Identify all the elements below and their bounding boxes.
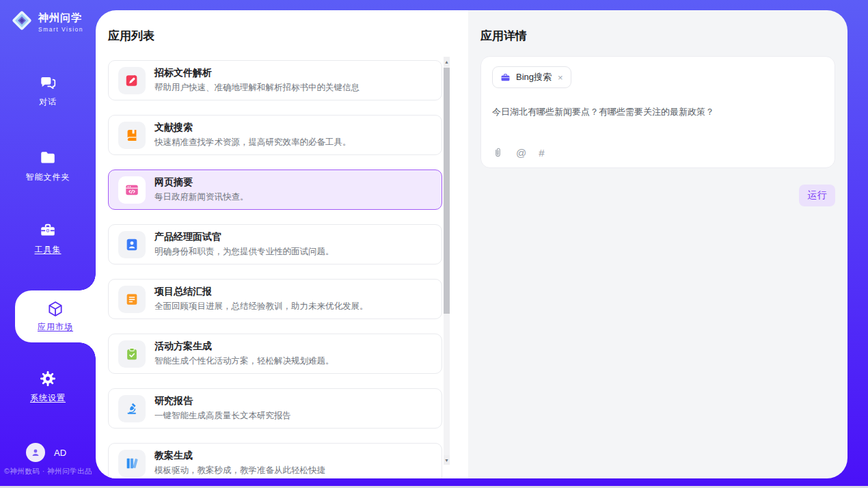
app-list-title: 应用列表 (96, 10, 468, 44)
copyright-footer: ©神州数码 · 神州问学出品 (4, 467, 96, 476)
interviewer-icon (124, 237, 139, 252)
app-desc: 智能生成个性化活动方案，轻松解决规划难题。 (154, 355, 334, 367)
app-list-pane: 应用列表 招标文件解析帮助用户快速、准确地理解和解析招标书中的关键信息文献搜索快… (96, 10, 468, 478)
app-icon-box (118, 122, 146, 149)
app-detail-pane: 应用详情 Bing搜索 × 今日湖北有哪些新闻要点？有哪些需要关注的最新政策？ … (468, 10, 847, 478)
app-window: 神州问学 Smart Vision 对话智能文件夹工具集应用市场系统设置 AD … (0, 0, 868, 488)
app-card-project-summary[interactable]: 项目总结汇报全面回顾项目进展，总结经验教训，助力未来优化发展。 (108, 279, 442, 319)
avatar[interactable] (26, 443, 45, 462)
sidebar-item-folders[interactable]: 智能文件夹 (0, 149, 96, 183)
app-card-bid-parse[interactable]: 招标文件解析帮助用户快速、准确地理解和解析招标书中的关键信息 (108, 60, 442, 100)
folder-icon (39, 149, 57, 167)
browser-icon (124, 182, 139, 198)
app-name: 产品经理面试官 (154, 231, 334, 243)
app-desc: 帮助用户快速、准确地理解和解析招标书中的关键信息 (154, 82, 360, 94)
app-card-web-summary[interactable]: 网页摘要每日政府新闻资讯快查。 (108, 170, 442, 210)
sidebar-nav: 对话智能文件夹工具集应用市场系统设置 (0, 0, 96, 486)
selected-tool-chip[interactable]: Bing搜索 × (492, 66, 571, 88)
gear-icon (39, 370, 57, 388)
app-icon-box (118, 67, 146, 94)
run-button[interactable]: 运行 (799, 185, 835, 206)
sidebar-item-settings[interactable]: 系统设置 (0, 370, 96, 404)
sidebar: 神州问学 Smart Vision 对话智能文件夹工具集应用市场系统设置 AD … (0, 0, 96, 486)
sidebar-item-app-market[interactable]: 应用市场 (15, 290, 96, 342)
paperclip-icon[interactable] (492, 147, 504, 159)
scrollbar-thumb[interactable] (444, 68, 450, 314)
sidebar-item-label: 工具集 (35, 244, 62, 256)
books-icon (124, 456, 139, 471)
person-icon (30, 447, 41, 458)
app-name: 活动方案生成 (154, 340, 334, 353)
briefcase-icon (500, 72, 511, 83)
app-icon-box (118, 286, 146, 313)
scroll-up-icon[interactable]: ▲ (444, 57, 450, 66)
user-name: AD (54, 448, 66, 458)
prompt-card: Bing搜索 × 今日湖北有哪些新闻要点？有哪些需要关注的最新政策？ @ # (480, 56, 835, 168)
app-icon-box (118, 231, 146, 258)
clipboard-check-icon (124, 347, 139, 362)
edit-doc-icon (124, 73, 139, 88)
microscope-icon (124, 401, 139, 416)
app-desc: 快速精准查找学术资源，提高研究效率的必备工具。 (154, 137, 351, 148)
at-icon[interactable]: @ (516, 148, 526, 158)
app-icon-box (118, 340, 146, 368)
app-name: 网页摘要 (154, 176, 249, 189)
toolbox-icon (39, 221, 57, 239)
app-desc: 全面回顾项目进展，总结经验教训，助力未来优化发展。 (154, 301, 368, 312)
app-desc: 明确身份和职责，为您提供专业性的面试问题。 (154, 246, 334, 258)
chat-icon (39, 74, 57, 92)
scroll-down-icon[interactable]: ▼ (444, 455, 450, 465)
scrollbar[interactable]: ▲ ▼ (444, 57, 450, 465)
sidebar-item-label: 智能文件夹 (26, 172, 70, 183)
sidebar-item-label: 应用市场 (38, 321, 73, 333)
app-icon-box (118, 450, 146, 477)
app-detail-title: 应用详情 (468, 10, 847, 44)
app-card-lesson-plan[interactable]: 教案生成模板驱动，教案秒成，教学准备从此轻松快捷 (108, 443, 442, 478)
app-name: 教案生成 (154, 450, 325, 462)
app-card-event-plan[interactable]: 活动方案生成智能生成个性化活动方案，轻松解决规划难题。 (108, 334, 442, 374)
app-icon-box (118, 395, 146, 422)
close-icon[interactable]: × (558, 73, 563, 82)
cube-icon (46, 300, 64, 318)
app-desc: 一键智能生成高质量长文本研究报告 (154, 410, 291, 422)
app-name: 招标文件解析 (154, 67, 360, 79)
book-icon (124, 128, 139, 143)
prompt-input[interactable]: 今日湖北有哪些新闻要点？有哪些需要关注的最新政策？ (492, 105, 824, 119)
user-row[interactable]: AD (26, 443, 66, 462)
hash-icon[interactable]: # (539, 148, 544, 158)
sidebar-item-label: 系统设置 (30, 392, 66, 404)
tool-chip-label: Bing搜索 (516, 71, 552, 83)
app-card-pm-interviewer[interactable]: 产品经理面试官明确身份和职责，为您提供专业性的面试问题。 (108, 224, 442, 265)
app-desc: 每日政府新闻资讯快查。 (154, 191, 249, 203)
app-name: 文献搜索 (154, 122, 351, 134)
main-panel: 应用列表 招标文件解析帮助用户快速、准确地理解和解析招标书中的关键信息文献搜索快… (96, 10, 847, 478)
app-desc: 模板驱动，教案秒成，教学准备从此轻松快捷 (154, 465, 325, 476)
sidebar-item-chat[interactable]: 对话 (0, 74, 96, 108)
app-icon-box (118, 176, 146, 204)
app-card-research-report[interactable]: 研究报告一键智能生成高质量长文本研究报告 (108, 388, 442, 429)
app-card-literature-search[interactable]: 文献搜索快速精准查找学术资源，提高研究效率的必备工具。 (108, 115, 442, 155)
app-cards: 招标文件解析帮助用户快速、准确地理解和解析招标书中的关键信息文献搜索快速精准查找… (108, 60, 442, 478)
app-name: 研究报告 (154, 395, 291, 407)
sidebar-item-tools[interactable]: 工具集 (0, 221, 96, 256)
sidebar-item-label: 对话 (39, 96, 57, 108)
app-name: 项目总结汇报 (154, 286, 368, 298)
prompt-toolbar: @ # (492, 147, 545, 159)
report-note-icon (124, 292, 139, 307)
